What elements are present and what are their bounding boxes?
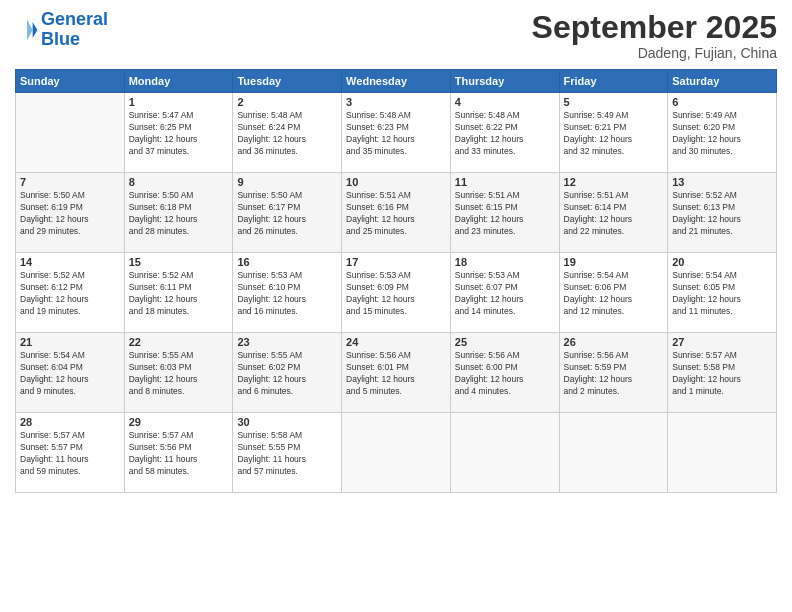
day-number: 30	[237, 416, 337, 428]
day-info: Sunrise: 5:53 AM Sunset: 6:10 PM Dayligh…	[237, 270, 337, 318]
day-number: 22	[129, 336, 229, 348]
calendar-cell: 24Sunrise: 5:56 AM Sunset: 6:01 PM Dayli…	[342, 333, 451, 413]
calendar-cell	[342, 413, 451, 493]
day-number: 14	[20, 256, 120, 268]
day-number: 23	[237, 336, 337, 348]
day-info: Sunrise: 5:52 AM Sunset: 6:13 PM Dayligh…	[672, 190, 772, 238]
logo-icon	[15, 18, 39, 42]
calendar-cell: 19Sunrise: 5:54 AM Sunset: 6:06 PM Dayli…	[559, 253, 668, 333]
day-number: 9	[237, 176, 337, 188]
day-info: Sunrise: 5:53 AM Sunset: 6:09 PM Dayligh…	[346, 270, 446, 318]
day-number: 21	[20, 336, 120, 348]
day-info: Sunrise: 5:50 AM Sunset: 6:17 PM Dayligh…	[237, 190, 337, 238]
calendar-cell: 8Sunrise: 5:50 AM Sunset: 6:18 PM Daylig…	[124, 173, 233, 253]
logo-blue: Blue	[41, 29, 80, 49]
day-info: Sunrise: 5:47 AM Sunset: 6:25 PM Dayligh…	[129, 110, 229, 158]
day-info: Sunrise: 5:57 AM Sunset: 5:58 PM Dayligh…	[672, 350, 772, 398]
calendar-cell	[559, 413, 668, 493]
day-info: Sunrise: 5:55 AM Sunset: 6:03 PM Dayligh…	[129, 350, 229, 398]
calendar-cell: 15Sunrise: 5:52 AM Sunset: 6:11 PM Dayli…	[124, 253, 233, 333]
calendar-cell: 6Sunrise: 5:49 AM Sunset: 6:20 PM Daylig…	[668, 93, 777, 173]
calendar-cell: 17Sunrise: 5:53 AM Sunset: 6:09 PM Dayli…	[342, 253, 451, 333]
calendar-cell: 3Sunrise: 5:48 AM Sunset: 6:23 PM Daylig…	[342, 93, 451, 173]
day-info: Sunrise: 5:57 AM Sunset: 5:57 PM Dayligh…	[20, 430, 120, 478]
day-number: 4	[455, 96, 555, 108]
day-number: 17	[346, 256, 446, 268]
day-info: Sunrise: 5:54 AM Sunset: 6:06 PM Dayligh…	[564, 270, 664, 318]
calendar-cell: 14Sunrise: 5:52 AM Sunset: 6:12 PM Dayli…	[16, 253, 125, 333]
day-info: Sunrise: 5:56 AM Sunset: 6:01 PM Dayligh…	[346, 350, 446, 398]
dow-header-sunday: Sunday	[16, 70, 125, 93]
day-number: 28	[20, 416, 120, 428]
dow-header-wednesday: Wednesday	[342, 70, 451, 93]
calendar-cell: 11Sunrise: 5:51 AM Sunset: 6:15 PM Dayli…	[450, 173, 559, 253]
calendar-cell: 7Sunrise: 5:50 AM Sunset: 6:19 PM Daylig…	[16, 173, 125, 253]
day-number: 7	[20, 176, 120, 188]
day-info: Sunrise: 5:51 AM Sunset: 6:14 PM Dayligh…	[564, 190, 664, 238]
day-number: 5	[564, 96, 664, 108]
calendar-cell	[450, 413, 559, 493]
calendar-cell: 12Sunrise: 5:51 AM Sunset: 6:14 PM Dayli…	[559, 173, 668, 253]
logo: General Blue	[15, 10, 108, 50]
svg-marker-1	[27, 19, 33, 40]
location-subtitle: Dadeng, Fujian, China	[532, 45, 777, 61]
day-info: Sunrise: 5:51 AM Sunset: 6:16 PM Dayligh…	[346, 190, 446, 238]
day-info: Sunrise: 5:48 AM Sunset: 6:22 PM Dayligh…	[455, 110, 555, 158]
day-info: Sunrise: 5:52 AM Sunset: 6:11 PM Dayligh…	[129, 270, 229, 318]
page-header: General Blue September 2025 Dadeng, Fuji…	[15, 10, 777, 61]
day-number: 18	[455, 256, 555, 268]
calendar-cell: 4Sunrise: 5:48 AM Sunset: 6:22 PM Daylig…	[450, 93, 559, 173]
day-number: 6	[672, 96, 772, 108]
day-number: 1	[129, 96, 229, 108]
day-info: Sunrise: 5:57 AM Sunset: 5:56 PM Dayligh…	[129, 430, 229, 478]
day-info: Sunrise: 5:49 AM Sunset: 6:21 PM Dayligh…	[564, 110, 664, 158]
day-number: 25	[455, 336, 555, 348]
day-number: 8	[129, 176, 229, 188]
calendar-cell: 23Sunrise: 5:55 AM Sunset: 6:02 PM Dayli…	[233, 333, 342, 413]
calendar-cell: 26Sunrise: 5:56 AM Sunset: 5:59 PM Dayli…	[559, 333, 668, 413]
day-info: Sunrise: 5:53 AM Sunset: 6:07 PM Dayligh…	[455, 270, 555, 318]
day-number: 13	[672, 176, 772, 188]
calendar-cell	[16, 93, 125, 173]
calendar-cell	[668, 413, 777, 493]
day-info: Sunrise: 5:48 AM Sunset: 6:24 PM Dayligh…	[237, 110, 337, 158]
calendar-cell: 30Sunrise: 5:58 AM Sunset: 5:55 PM Dayli…	[233, 413, 342, 493]
day-number: 27	[672, 336, 772, 348]
calendar-cell: 21Sunrise: 5:54 AM Sunset: 6:04 PM Dayli…	[16, 333, 125, 413]
day-info: Sunrise: 5:50 AM Sunset: 6:19 PM Dayligh…	[20, 190, 120, 238]
day-info: Sunrise: 5:54 AM Sunset: 6:04 PM Dayligh…	[20, 350, 120, 398]
calendar-cell: 27Sunrise: 5:57 AM Sunset: 5:58 PM Dayli…	[668, 333, 777, 413]
day-info: Sunrise: 5:58 AM Sunset: 5:55 PM Dayligh…	[237, 430, 337, 478]
calendar-cell: 13Sunrise: 5:52 AM Sunset: 6:13 PM Dayli…	[668, 173, 777, 253]
calendar-cell: 1Sunrise: 5:47 AM Sunset: 6:25 PM Daylig…	[124, 93, 233, 173]
dow-header-monday: Monday	[124, 70, 233, 93]
dow-header-saturday: Saturday	[668, 70, 777, 93]
day-number: 19	[564, 256, 664, 268]
day-number: 24	[346, 336, 446, 348]
day-number: 15	[129, 256, 229, 268]
day-number: 3	[346, 96, 446, 108]
day-info: Sunrise: 5:56 AM Sunset: 5:59 PM Dayligh…	[564, 350, 664, 398]
day-number: 11	[455, 176, 555, 188]
day-info: Sunrise: 5:49 AM Sunset: 6:20 PM Dayligh…	[672, 110, 772, 158]
day-info: Sunrise: 5:56 AM Sunset: 6:00 PM Dayligh…	[455, 350, 555, 398]
calendar-cell: 10Sunrise: 5:51 AM Sunset: 6:16 PM Dayli…	[342, 173, 451, 253]
calendar-table: SundayMondayTuesdayWednesdayThursdayFrid…	[15, 69, 777, 493]
day-info: Sunrise: 5:50 AM Sunset: 6:18 PM Dayligh…	[129, 190, 229, 238]
day-number: 10	[346, 176, 446, 188]
day-number: 29	[129, 416, 229, 428]
calendar-cell: 18Sunrise: 5:53 AM Sunset: 6:07 PM Dayli…	[450, 253, 559, 333]
dow-header-friday: Friday	[559, 70, 668, 93]
day-number: 20	[672, 256, 772, 268]
day-number: 2	[237, 96, 337, 108]
calendar-cell: 5Sunrise: 5:49 AM Sunset: 6:21 PM Daylig…	[559, 93, 668, 173]
calendar-cell: 9Sunrise: 5:50 AM Sunset: 6:17 PM Daylig…	[233, 173, 342, 253]
calendar-cell: 28Sunrise: 5:57 AM Sunset: 5:57 PM Dayli…	[16, 413, 125, 493]
day-info: Sunrise: 5:48 AM Sunset: 6:23 PM Dayligh…	[346, 110, 446, 158]
logo-general: General	[41, 9, 108, 29]
day-number: 26	[564, 336, 664, 348]
title-block: September 2025 Dadeng, Fujian, China	[532, 10, 777, 61]
calendar-cell: 22Sunrise: 5:55 AM Sunset: 6:03 PM Dayli…	[124, 333, 233, 413]
dow-header-thursday: Thursday	[450, 70, 559, 93]
svg-marker-0	[33, 22, 38, 38]
